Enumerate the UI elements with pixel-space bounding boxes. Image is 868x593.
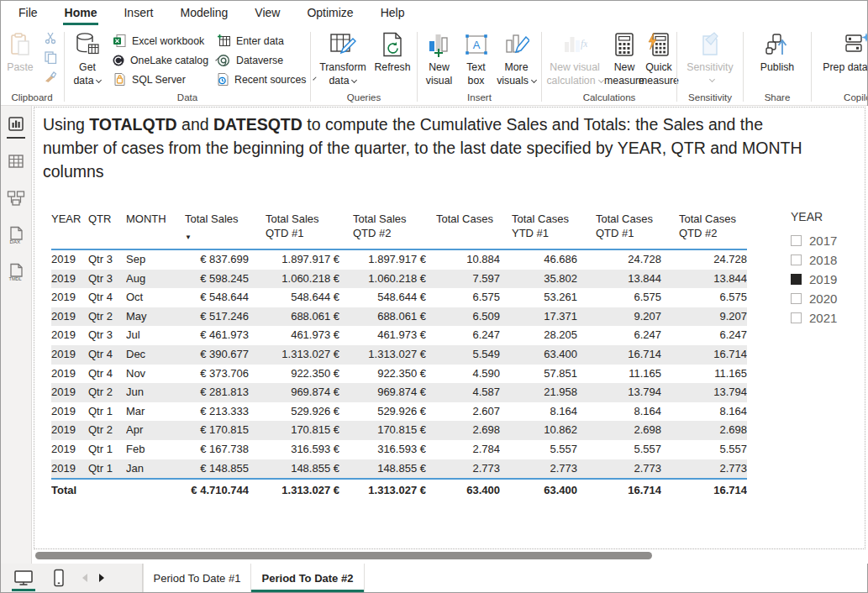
page-tab-period-to-date-2[interactable]: Period To Date #2 bbox=[251, 564, 365, 592]
group-label-queries: Queries bbox=[311, 92, 417, 105]
column-header[interactable]: Total Cases YTD #1 bbox=[500, 209, 577, 240]
chevron-down-icon bbox=[708, 76, 714, 82]
model-view-button[interactable] bbox=[3, 186, 29, 210]
recent-sources-button[interactable]: Recent sources bbox=[216, 70, 310, 89]
text-box-button[interactable]: A Text box bbox=[459, 28, 494, 88]
column-header[interactable]: Total Sales QTD #2 bbox=[339, 209, 426, 240]
menu-item-modeling[interactable]: Modeling bbox=[170, 0, 238, 25]
copy-icon[interactable] bbox=[41, 49, 60, 66]
tmdl-view-button[interactable]: TMDL bbox=[3, 260, 29, 284]
table-cell: May bbox=[126, 307, 185, 327]
year-slicer[interactable]: YEAR 20172018201920202021 bbox=[791, 210, 868, 328]
new-visual-calculation-button[interactable]: fx New visual calculation bbox=[542, 28, 608, 88]
table-cell: 2019 bbox=[51, 270, 88, 289]
checkbox-unchecked-icon[interactable] bbox=[791, 255, 802, 265]
menu-item-insert[interactable]: Insert bbox=[113, 0, 163, 25]
menu-item-file[interactable]: File bbox=[8, 0, 48, 25]
table-cell: 8.164 bbox=[577, 402, 661, 422]
table-row[interactable]: 2019Qtr 3Jul€ 461.973461.973 €461.973 €6… bbox=[51, 326, 747, 345]
horizontal-scrollbar-thumb[interactable] bbox=[35, 552, 652, 559]
page-tab-period-to-date-1[interactable]: Period To Date #1 bbox=[143, 564, 251, 592]
recent-sources-icon bbox=[216, 72, 229, 87]
prep-data-for-ai-button[interactable]: Prep data for AI bbox=[822, 28, 868, 75]
checkbox-unchecked-icon[interactable] bbox=[791, 312, 802, 323]
next-page-button[interactable] bbox=[99, 574, 104, 582]
table-cell: Dec bbox=[126, 345, 185, 365]
table-row[interactable]: 2019Qtr 4Oct€ 548.644548.644 €548.644 €6… bbox=[51, 288, 747, 307]
dataverse-button[interactable]: Dataverse bbox=[216, 50, 310, 70]
column-header[interactable]: QTR bbox=[88, 209, 126, 226]
table-cell: 1.060.218 € bbox=[339, 270, 426, 289]
table-cell: 969.874 € bbox=[249, 383, 339, 402]
sensitivity-button[interactable]: Sensitivity bbox=[682, 28, 738, 83]
format-painter-icon[interactable] bbox=[41, 68, 60, 85]
slicer-option-2019[interactable]: 2019 bbox=[791, 270, 868, 289]
paste-button[interactable]: Paste bbox=[3, 28, 38, 75]
enter-data-button[interactable]: Enter data bbox=[216, 31, 310, 50]
transform-data-button[interactable]: Transform data bbox=[314, 28, 371, 88]
previous-page-button[interactable] bbox=[82, 574, 87, 582]
menu-item-optimize[interactable]: Optimize bbox=[297, 0, 363, 25]
onelake-catalog-button[interactable]: OneLake catalog bbox=[112, 50, 211, 70]
new-visual-button[interactable]: New visual bbox=[420, 28, 459, 88]
new-visual-calculation-label: New visual calculation bbox=[546, 61, 599, 87]
quick-measure-label: Quick measure bbox=[639, 61, 679, 88]
checkbox-unchecked-icon[interactable] bbox=[791, 235, 802, 246]
slicer-option-2018[interactable]: 2018 bbox=[791, 250, 868, 270]
table-row[interactable]: 2019Qtr 1Mar€ 213.333529.926 €529.926 €2… bbox=[51, 402, 747, 422]
table-cell: Mar bbox=[126, 402, 185, 422]
checkbox-checked-icon[interactable] bbox=[791, 274, 802, 285]
table-row[interactable]: 2019Qtr 2May€ 517.246688.061 €688.061 €6… bbox=[51, 307, 747, 327]
table-row[interactable]: 2019Qtr 4Nov€ 373.706922.350 €922.350 €4… bbox=[51, 365, 747, 384]
table-row[interactable]: 2019Qtr 1Feb€ 167.738316.593 €316.593 €2… bbox=[51, 440, 747, 459]
sql-server-button[interactable]: SQL Server bbox=[112, 70, 211, 89]
table-visual[interactable]: YEARQTRMONTHTotal Sales▼Total Sales QTD … bbox=[51, 209, 747, 499]
table-view-button[interactable] bbox=[3, 150, 29, 173]
column-header[interactable]: Total Cases bbox=[426, 209, 500, 226]
column-header[interactable]: MONTH bbox=[126, 209, 185, 226]
table-row[interactable]: 2019Qtr 3Sep€ 837.6991.897.917 €1.897.91… bbox=[51, 250, 747, 270]
quick-measure-button[interactable]: Quick measure bbox=[641, 28, 676, 88]
table-row[interactable]: 2019Qtr 1Jan€ 148.855148.855 €148.855 €2… bbox=[51, 459, 747, 479]
recent-sources-label: Recent sources bbox=[234, 74, 306, 86]
tab-strip-empty-space[interactable] bbox=[365, 564, 868, 592]
get-data-button[interactable]: Get data bbox=[68, 28, 107, 88]
slicer-option-2020[interactable]: 2020 bbox=[791, 289, 868, 308]
refresh-button[interactable]: Refresh bbox=[371, 28, 413, 75]
column-header[interactable]: Total Sales QTD #1 bbox=[249, 209, 339, 240]
table-cell: Qtr 1 bbox=[88, 440, 126, 459]
enter-data-label: Enter data bbox=[236, 35, 284, 47]
table-row[interactable]: 2019Qtr 2Jun€ 281.813969.874 €969.874 €4… bbox=[51, 383, 747, 402]
publish-button[interactable]: Publish bbox=[755, 28, 800, 75]
desktop-layout-button[interactable] bbox=[12, 568, 35, 588]
column-header[interactable]: YEAR bbox=[51, 209, 88, 226]
checkbox-unchecked-icon[interactable] bbox=[791, 293, 802, 304]
mobile-layout-button[interactable] bbox=[47, 568, 71, 588]
table-row[interactable]: 2019Qtr 3Aug€ 598.2451.060.218 €1.060.21… bbox=[51, 270, 747, 289]
menu-item-help[interactable]: Help bbox=[371, 0, 415, 25]
table-cell: 1.313.027 € bbox=[339, 345, 426, 365]
table-cell: 2019 bbox=[51, 345, 88, 365]
table-cell: Qtr 1 bbox=[88, 459, 126, 479]
menu-item-view[interactable]: View bbox=[245, 0, 290, 25]
cut-icon[interactable] bbox=[41, 29, 60, 46]
table-row[interactable]: 2019Qtr 4Dec€ 390.6771.313.027 €1.313.02… bbox=[51, 345, 747, 365]
column-header[interactable]: Total Cases QTD #2 bbox=[661, 209, 747, 240]
slicer-option-2021[interactable]: 2021 bbox=[791, 308, 868, 328]
table-row[interactable]: 2019Qtr 2Apr€ 170.815170.815 €170.815 €2… bbox=[51, 421, 747, 440]
excel-workbook-button[interactable]: Excel workbook bbox=[112, 31, 211, 50]
slicer-option-2017[interactable]: 2017 bbox=[791, 231, 868, 250]
column-header[interactable]: Total Sales▼ bbox=[185, 209, 249, 244]
more-visuals-button[interactable]: More visuals bbox=[494, 28, 539, 88]
new-measure-button[interactable]: New measure bbox=[608, 28, 641, 88]
report-view-button[interactable] bbox=[3, 113, 29, 136]
paste-label: Paste bbox=[7, 61, 33, 75]
table-cell: Nov bbox=[126, 365, 185, 384]
textbox-title[interactable]: Using TOTALQTD and DATESQTD to compute t… bbox=[43, 113, 819, 183]
menu-item-home[interactable]: Home bbox=[55, 0, 108, 25]
svg-text:DAX: DAX bbox=[9, 239, 20, 244]
footer-bar: Period To Date #1 Period To Date #2 bbox=[0, 564, 868, 592]
table-cell: 548.644 € bbox=[339, 288, 426, 307]
column-header[interactable]: Total Cases QTD #1 bbox=[577, 209, 661, 240]
dax-query-view-button[interactable]: DAX bbox=[3, 223, 29, 247]
